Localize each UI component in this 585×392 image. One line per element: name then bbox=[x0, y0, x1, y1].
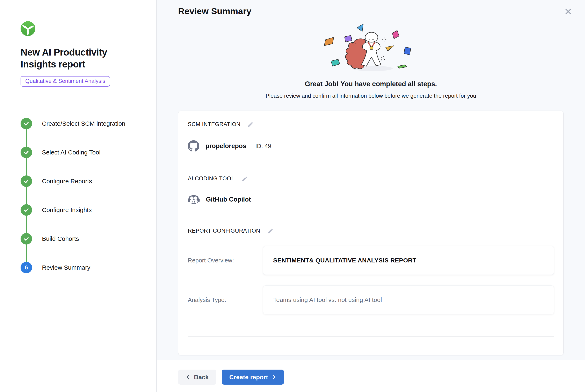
superhero-confetti-illustration bbox=[313, 21, 428, 74]
step-complete-check-icon bbox=[20, 147, 32, 158]
step-complete-check-icon bbox=[20, 176, 32, 187]
wizard-stepper: Create/Select SCM integration Select AI … bbox=[20, 109, 148, 282]
report-overview-row: Report Overview: SENTIMENT& QUALITATIVE … bbox=[188, 246, 554, 275]
edit-pencil-icon[interactable] bbox=[242, 176, 248, 182]
step-select-ai-tool[interactable]: Select AI Coding Tool bbox=[20, 138, 148, 167]
completion-heading: Great Job! You have completed all steps. bbox=[178, 80, 564, 88]
summary-card: SCM INTEGRATION propelorepos ID: 49 bbox=[178, 111, 564, 356]
page-title: Review Summary bbox=[178, 0, 564, 16]
step-complete-check-icon bbox=[20, 118, 32, 129]
report-overview-label: Report Overview: bbox=[188, 257, 263, 264]
completion-subheading: Please review and confirm all informatio… bbox=[178, 93, 564, 99]
create-report-button[interactable]: Create report bbox=[222, 370, 284, 384]
ai-coding-tool-section: AI CODING TOOL bbox=[188, 164, 554, 216]
ai-coding-tool-label: AI CODING TOOL bbox=[188, 176, 234, 182]
ai-tool-row: GitHub Copilot bbox=[188, 194, 554, 204]
wizard-footer: Back Create report bbox=[157, 360, 585, 392]
completion-hero: Great Job! You have completed all steps.… bbox=[178, 21, 564, 99]
github-copilot-icon bbox=[188, 194, 200, 204]
review-summary-panel: Review Summary bbox=[157, 0, 585, 392]
review-summary-screen: New AI Productivity Insights report Qual… bbox=[0, 0, 585, 392]
card-clipped-tail bbox=[188, 337, 554, 355]
propeller-logo-icon bbox=[20, 21, 36, 36]
review-summary-content: Review Summary bbox=[157, 0, 585, 360]
close-icon[interactable] bbox=[564, 7, 573, 16]
edit-pencil-icon[interactable] bbox=[267, 228, 273, 234]
back-button-label: Back bbox=[194, 374, 209, 381]
report-configuration-section: REPORT CONFIGURATION Report Overview: SE… bbox=[188, 216, 554, 337]
ai-tool-name: GitHub Copilot bbox=[206, 196, 251, 203]
analysis-type-badge: Qualitative & Sentiment Analysis bbox=[20, 76, 110, 86]
report-title: New AI Productivity Insights report bbox=[20, 46, 136, 70]
report-overview-value: SENTIMENT& QUALITATIVE ANALYSIS REPORT bbox=[263, 246, 554, 275]
scm-integration-id: ID: 49 bbox=[255, 143, 271, 150]
scm-integration-label: SCM INTEGRATION bbox=[188, 121, 240, 128]
step-build-cohorts[interactable]: Build Cohorts bbox=[20, 224, 148, 253]
scm-integration-name: propelorepos bbox=[206, 142, 246, 150]
scm-integration-row: propelorepos ID: 49 bbox=[188, 140, 554, 152]
wizard-sidebar: New AI Productivity Insights report Qual… bbox=[0, 0, 157, 392]
step-configure-reports[interactable]: Configure Reports bbox=[20, 167, 148, 196]
analysis-type-value: Teams using AI tool vs. not using AI too… bbox=[263, 286, 554, 314]
step-active-number: 6 bbox=[20, 262, 32, 273]
edit-pencil-icon[interactable] bbox=[248, 121, 254, 128]
scm-integration-section: SCM INTEGRATION propelorepos ID: 49 bbox=[188, 116, 554, 164]
analysis-type-label: Analysis Type: bbox=[188, 296, 263, 303]
analysis-type-row: Analysis Type: Teams using AI tool vs. n… bbox=[188, 286, 554, 314]
step-complete-check-icon bbox=[20, 204, 32, 216]
create-report-label: Create report bbox=[229, 374, 268, 381]
step-create-select-scm[interactable]: Create/Select SCM integration bbox=[20, 109, 148, 138]
step-review-summary[interactable]: 6 Review Summary bbox=[20, 253, 148, 282]
report-configuration-label: REPORT CONFIGURATION bbox=[188, 228, 260, 234]
github-icon bbox=[188, 140, 199, 152]
back-button[interactable]: Back bbox=[178, 370, 216, 384]
step-configure-insights[interactable]: Configure Insights bbox=[20, 196, 148, 224]
step-complete-check-icon bbox=[20, 233, 32, 244]
